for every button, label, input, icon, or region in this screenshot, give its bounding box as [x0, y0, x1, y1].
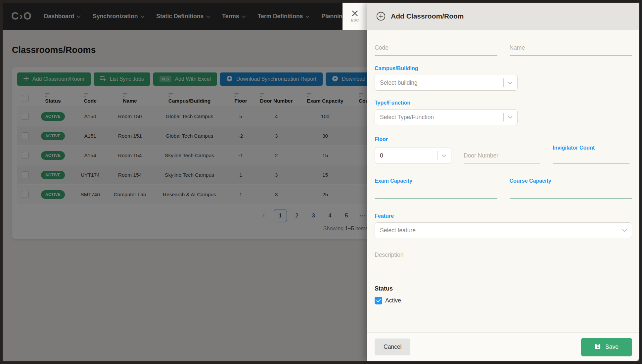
drawer-header: Add Classroom/Room [367, 3, 639, 30]
add-classroom-drawer: Add Classroom/Room Code Name Campus/Buil… [367, 3, 639, 361]
plus-circle-icon [376, 12, 386, 21]
course-capacity-field[interactable] [510, 184, 632, 199]
chevron-down-icon [508, 81, 513, 84]
close-icon [352, 10, 358, 17]
active-checkbox-label: Active [385, 297, 401, 304]
exam-capacity-label: Exam Capacity [375, 178, 497, 184]
active-checkbox[interactable] [375, 297, 382, 304]
select-placeholder: Select building [380, 79, 418, 86]
chevron-down-icon [508, 116, 513, 119]
drawer-title: Add Classroom/Room [391, 12, 464, 20]
select-placeholder: Select feature [380, 227, 416, 234]
button-label: Save [605, 343, 619, 350]
feature-select[interactable]: Select feature [375, 222, 632, 238]
cancel-button[interactable]: Cancel [375, 339, 410, 355]
select-placeholder: Select Type/Function [380, 114, 434, 121]
chevron-down-icon [441, 154, 446, 157]
drawer-footer: Cancel Save [367, 332, 639, 361]
drawer-close-button[interactable]: ESC [343, 3, 367, 30]
description-field[interactable]: Description [375, 250, 632, 275]
name-field[interactable]: Name [510, 38, 632, 56]
select-divider [503, 113, 504, 121]
select-divider [503, 78, 504, 87]
door-number-field[interactable]: Door Number [464, 146, 540, 163]
save-icon [595, 343, 601, 351]
campus-building-label: Campus/Building [375, 66, 632, 71]
invigilator-count-label: Invigilator Count [553, 145, 629, 151]
type-function-label: Type/Function [375, 100, 632, 106]
select-value: 0 [380, 152, 383, 159]
code-field[interactable]: Code [375, 38, 497, 56]
app-frame: C›O Dashboard Synchronization Static Def… [3, 3, 639, 361]
feature-label: Feature [375, 213, 632, 219]
floor-label: Floor [375, 136, 632, 142]
campus-building-select[interactable]: Select building [375, 75, 518, 91]
esc-label: ESC [351, 18, 359, 22]
drawer-body: Code Name Campus/Building Select buildin… [367, 30, 639, 332]
exam-capacity-field[interactable] [375, 184, 497, 199]
floor-select[interactable]: 0 [375, 148, 451, 163]
status-section-label: Status [375, 285, 632, 292]
select-divider [437, 151, 437, 160]
select-divider [618, 226, 618, 235]
invigilator-count-field[interactable] [553, 151, 629, 163]
type-function-select[interactable]: Select Type/Function [375, 109, 518, 125]
course-capacity-label: Course Capacity [510, 178, 632, 184]
chevron-down-icon [622, 229, 627, 232]
save-button[interactable]: Save [581, 338, 632, 356]
